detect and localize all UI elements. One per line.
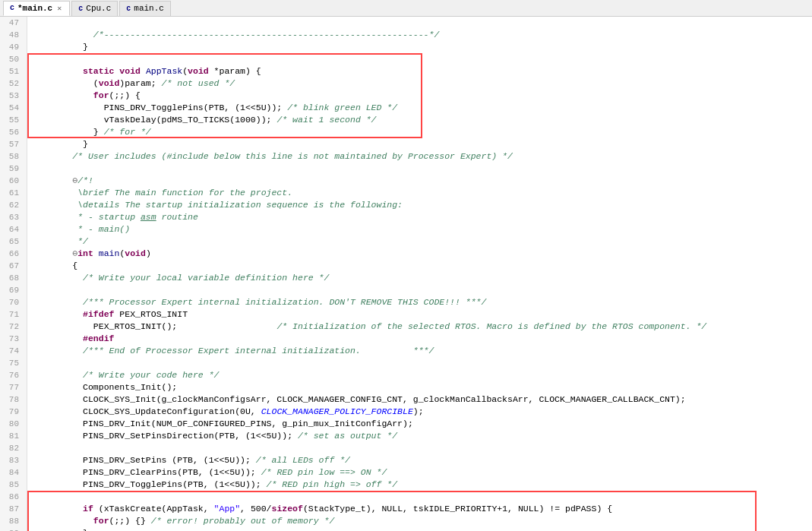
code-line: static void AppTask(void *param) { [30, 53, 809, 65]
code-line: /* Write your code here */ [30, 357, 809, 369]
close-icon[interactable]: ✕ [55, 4, 63, 13]
code-lines: /*--------------------------------------… [27, 17, 812, 531]
code-line [30, 41, 809, 53]
code-line: if (xTaskCreate(AppTask, "App", 500/size… [30, 491, 809, 503]
line-numbers: 47 48 49 50 51 52 53 54 55 56 57 58 59 6… [0, 17, 27, 531]
code-line: /* User includes (#include below this li… [30, 138, 809, 150]
tab-label: *main.c [17, 4, 52, 13]
code-line: vTaskStartScheduler(); [30, 527, 809, 531]
code-line: /* Write your local variable definition … [30, 260, 809, 272]
c-file-icon: c [10, 4, 14, 12]
tab-cpu-c[interactable]: c Cpu.c [71, 1, 118, 16]
c-file-icon-2: c [78, 5, 83, 13]
tab-label-main2: main.c [134, 4, 164, 13]
tab-main-c-active[interactable]: c *main.c ✕ [3, 1, 70, 16]
code-line: /*** End of Processor Expert internal in… [30, 333, 809, 345]
code-line: /*--------------------------------------… [30, 17, 809, 29]
code-line: ⊖int main(void) [30, 235, 809, 248]
code-line: /*** Processor Expert internal initializ… [30, 284, 809, 296]
tab-main-c-2[interactable]: c main.c [119, 1, 171, 16]
code-line: PINS_DRV_TogglePins(PTB, (1<<5U)); /* bl… [30, 90, 809, 102]
tab-bar: c *main.c ✕ c Cpu.c c main.c [0, 0, 812, 17]
c-file-icon-3: c [126, 5, 131, 13]
code-container: 47 48 49 50 51 52 53 54 55 56 57 58 59 6… [0, 17, 812, 531]
tab-label-cpu: Cpu.c [86, 4, 111, 13]
code-line: ⊖/*! [30, 163, 809, 175]
code-line: \brief The main function for the project… [30, 175, 809, 187]
code-line: PINS_DRV_SetPins (PTB, (1<<5U)); /* all … [30, 442, 809, 454]
editor[interactable]: 47 48 49 50 51 52 53 54 55 56 57 58 59 6… [0, 17, 812, 531]
code-line: */ [30, 223, 809, 235]
